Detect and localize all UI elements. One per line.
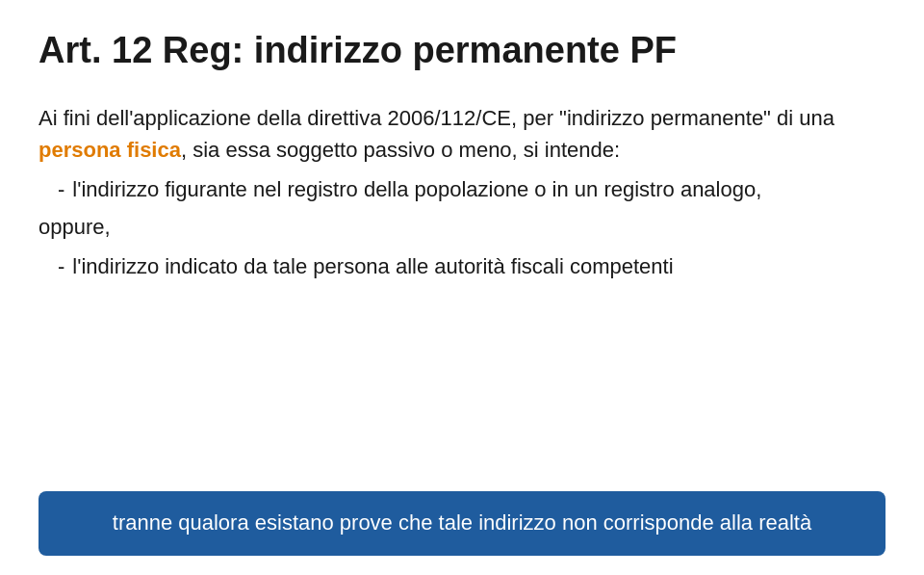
bullet-dash-2: - bbox=[58, 250, 64, 282]
highlight-persona-fisica: persona fisica bbox=[38, 138, 181, 162]
slide-title: Art. 12 Reg: indirizzo permanente PF bbox=[38, 29, 886, 73]
paragraph-1-after-highlight: , sia essa soggetto passivo o meno, si i… bbox=[181, 138, 620, 162]
content-area: Art. 12 Reg: indirizzo permanente PF Ai … bbox=[38, 29, 886, 472]
paragraph-1: Ai fini dell'applicazione della direttiv… bbox=[38, 102, 886, 166]
slide-container: Art. 12 Reg: indirizzo permanente PF Ai … bbox=[0, 0, 924, 575]
body-content: Ai fini dell'applicazione della direttiv… bbox=[38, 102, 886, 288]
bullet-text-1: l'indirizzo figurante nel registro della… bbox=[72, 173, 761, 205]
banner-text: tranne qualora esistano prove che tale i… bbox=[113, 510, 811, 535]
bullet-text-2: l'indirizzo indicato da tale persona all… bbox=[72, 250, 673, 282]
bullet-item-2: - l'indirizzo indicato da tale persona a… bbox=[58, 250, 886, 282]
paragraph-1-before-highlight: Ai fini dell'applicazione della direttiv… bbox=[38, 106, 834, 130]
oppure-label: oppure, bbox=[38, 211, 886, 243]
bottom-banner: tranne qualora esistano prove che tale i… bbox=[38, 491, 886, 556]
bullet-dash-1: - bbox=[58, 173, 64, 205]
bullet-item-1: - l'indirizzo figurante nel registro del… bbox=[58, 173, 886, 205]
